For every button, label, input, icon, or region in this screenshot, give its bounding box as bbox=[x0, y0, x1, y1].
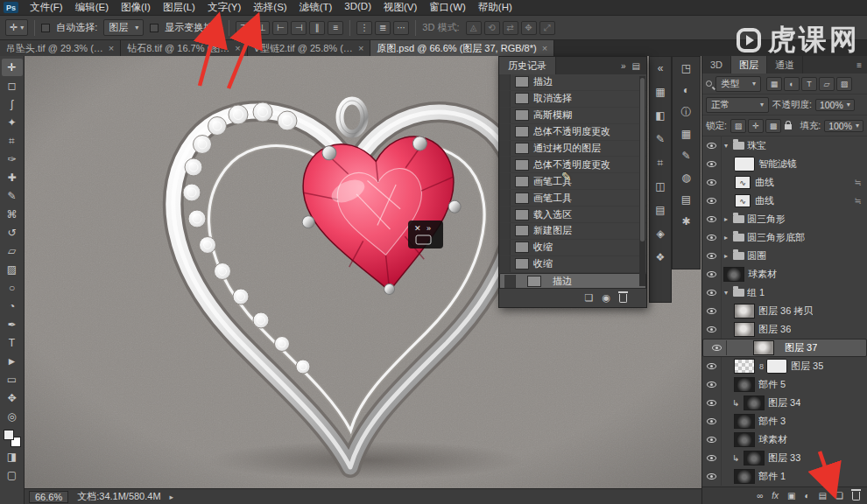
layer-row-9[interactable]: 图层 36 拷贝 bbox=[702, 302, 867, 320]
history-source-cell[interactable] bbox=[499, 74, 511, 90]
eye-cell[interactable] bbox=[702, 192, 722, 210]
align-icon-0[interactable]: ⊤ bbox=[236, 21, 251, 35]
menu-3d[interactable]: 3D(D) bbox=[338, 0, 377, 15]
menu-select[interactable]: 选择(S) bbox=[247, 0, 293, 15]
eye-cell[interactable] bbox=[702, 467, 722, 486]
expand-triangle-icon[interactable]: ▸ bbox=[722, 234, 730, 242]
opacity-field[interactable]: 100% ▾ bbox=[815, 99, 855, 111]
tool-blur[interactable]: ○ bbox=[2, 279, 23, 297]
tab-图层[interactable]: 图层 bbox=[731, 56, 767, 74]
auto-select-target-select[interactable]: 图层 ▾ bbox=[103, 19, 144, 36]
history-source-cell[interactable] bbox=[504, 275, 516, 288]
history-item-7[interactable]: 画笔工具 bbox=[499, 190, 646, 206]
eye-cell[interactable] bbox=[702, 394, 722, 412]
tool-crop[interactable]: ⌗ bbox=[2, 132, 23, 150]
zoom-level-field[interactable]: 66.6% bbox=[29, 491, 68, 503]
layer-row-17[interactable]: ↳图层 33 bbox=[702, 449, 867, 467]
filter-kind-select[interactable]: 类型 ▾ bbox=[715, 76, 761, 92]
menu-image[interactable]: 图像(I) bbox=[115, 0, 157, 15]
lock-icon-2[interactable]: ▩ bbox=[765, 119, 781, 133]
layer-mask-icon[interactable]: ▣ bbox=[787, 491, 795, 500]
menu-help[interactable]: 帮助(H) bbox=[472, 0, 518, 15]
eye-cell[interactable] bbox=[702, 284, 722, 302]
dock-icon-a6[interactable]: ▤ bbox=[652, 202, 669, 218]
history-source-cell[interactable] bbox=[499, 91, 511, 107]
eye-cell[interactable] bbox=[702, 265, 722, 284]
lock-icon-0[interactable]: ▨ bbox=[730, 119, 746, 133]
history-item-4[interactable]: 通过拷贝的图层 bbox=[499, 141, 646, 158]
menu-view[interactable]: 视图(V) bbox=[377, 0, 423, 15]
dock-icon-a4[interactable]: ⌗ bbox=[652, 155, 669, 171]
menu-file[interactable]: 文件(F) bbox=[24, 0, 69, 15]
history-source-cell[interactable] bbox=[499, 173, 511, 189]
tool-brush[interactable]: ✎ bbox=[2, 187, 23, 205]
tool-lasso[interactable]: ʃ bbox=[2, 95, 23, 113]
tool-dodge[interactable]: ◔ bbox=[2, 298, 23, 315]
blend-mode-select[interactable]: 正常 ▾ bbox=[706, 97, 769, 113]
new-snapshot-icon[interactable]: ◉ bbox=[602, 292, 610, 304]
align-icon-5[interactable]: ≡ bbox=[328, 21, 343, 35]
tool-type[interactable]: T bbox=[2, 334, 23, 352]
eye-cell[interactable] bbox=[702, 320, 722, 339]
expand-triangle-icon[interactable]: ▸ bbox=[722, 215, 730, 223]
layer-row-0[interactable]: ▾珠宝 bbox=[702, 136, 867, 155]
history-item-11[interactable]: 收缩 bbox=[499, 256, 646, 273]
close-icon[interactable]: × bbox=[542, 43, 547, 53]
tool-marquee[interactable]: ◻ bbox=[2, 77, 23, 94]
history-item-8[interactable]: 载入选区 bbox=[499, 206, 646, 223]
align-icon-1[interactable]: ⊥ bbox=[254, 21, 270, 35]
delete-layer-icon[interactable] bbox=[852, 492, 860, 500]
history-item-2[interactable]: 高斯模糊 bbox=[499, 108, 646, 124]
distribute-icon-0[interactable]: ⋮ bbox=[356, 21, 372, 35]
tool-history-brush[interactable]: ↺ bbox=[2, 224, 23, 242]
eye-cell[interactable] bbox=[702, 247, 722, 265]
auto-select-checkbox[interactable] bbox=[41, 24, 50, 32]
dock-icon-b4[interactable]: ✎ bbox=[678, 148, 695, 164]
doc-tab-2[interactable]: V型链2.tif @ 25.8% (…× bbox=[248, 40, 371, 56]
layer-row-2[interactable]: ∿曲线≒ bbox=[702, 173, 867, 192]
new-doc-from-state-icon[interactable]: ❏ bbox=[585, 292, 594, 304]
distribute-icon-2[interactable]: ⋯ bbox=[393, 21, 409, 35]
layer-effects-icon[interactable]: fx bbox=[772, 491, 779, 500]
history-item-6[interactable]: 画笔工具 bbox=[499, 173, 646, 190]
eye-cell[interactable] bbox=[702, 136, 722, 155]
mode-3d-icon-3[interactable]: ✥ bbox=[521, 21, 537, 35]
history-source-cell[interactable] bbox=[499, 108, 511, 123]
layer-filter-icon-1[interactable]: ◐ bbox=[784, 77, 800, 91]
eye-cell[interactable] bbox=[702, 430, 722, 449]
history-source-cell[interactable] bbox=[499, 223, 511, 239]
layer-filter-icon-0[interactable]: ▦ bbox=[766, 77, 782, 91]
history-item-12[interactable]: 描边 bbox=[499, 273, 646, 288]
history-source-cell[interactable] bbox=[499, 157, 511, 172]
history-item-0[interactable]: 描边 bbox=[499, 74, 646, 91]
tool-shape[interactable]: ▭ bbox=[2, 371, 23, 388]
menu-type[interactable]: 文字(Y) bbox=[201, 0, 247, 15]
tool-zoom[interactable]: ◎ bbox=[2, 408, 23, 425]
tool-quick-mask[interactable]: ◨ bbox=[2, 448, 23, 466]
dock-icon-a7[interactable]: ◈ bbox=[652, 226, 669, 242]
menu-window[interactable]: 窗口(W) bbox=[423, 0, 472, 15]
history-item-9[interactable]: 新建图层 bbox=[499, 223, 646, 240]
tool-move[interactable]: ✛ bbox=[2, 59, 23, 76]
dock-icon-a2[interactable]: ◧ bbox=[652, 108, 669, 123]
history-source-cell[interactable] bbox=[499, 190, 511, 206]
layer-row-12[interactable]: 8图层 35 bbox=[702, 357, 867, 375]
layer-row-10[interactable]: 图层 36 bbox=[702, 320, 867, 339]
new-group-icon[interactable]: ▤ bbox=[819, 491, 827, 500]
align-icon-4[interactable]: ∥ bbox=[309, 21, 325, 35]
tab-3D[interactable]: 3D bbox=[702, 56, 731, 74]
history-source-cell[interactable] bbox=[499, 141, 511, 157]
history-item-1[interactable]: 取消选择 bbox=[499, 91, 646, 108]
layer-row-18[interactable]: 部件 1 bbox=[702, 467, 867, 486]
tool-gradient[interactable]: ▨ bbox=[2, 261, 23, 278]
collapse-panel-icon[interactable]: » bbox=[621, 61, 626, 71]
delete-state-icon[interactable] bbox=[619, 294, 627, 303]
dock-icon-b5[interactable]: ◍ bbox=[678, 170, 695, 186]
doc-tab-3[interactable]: 原图.psd @ 66.6% (图层 37, RGB/8*)× bbox=[370, 40, 554, 56]
close-icon[interactable]: × bbox=[109, 43, 114, 53]
dock-icon-b3[interactable]: ▦ bbox=[678, 126, 695, 142]
close-icon[interactable]: × bbox=[358, 43, 363, 53]
menu-layer[interactable]: 图层(L) bbox=[157, 0, 201, 15]
dock-icon-b1[interactable]: ◐ bbox=[678, 82, 695, 98]
dock-icon-b6[interactable]: ▤ bbox=[678, 192, 695, 207]
